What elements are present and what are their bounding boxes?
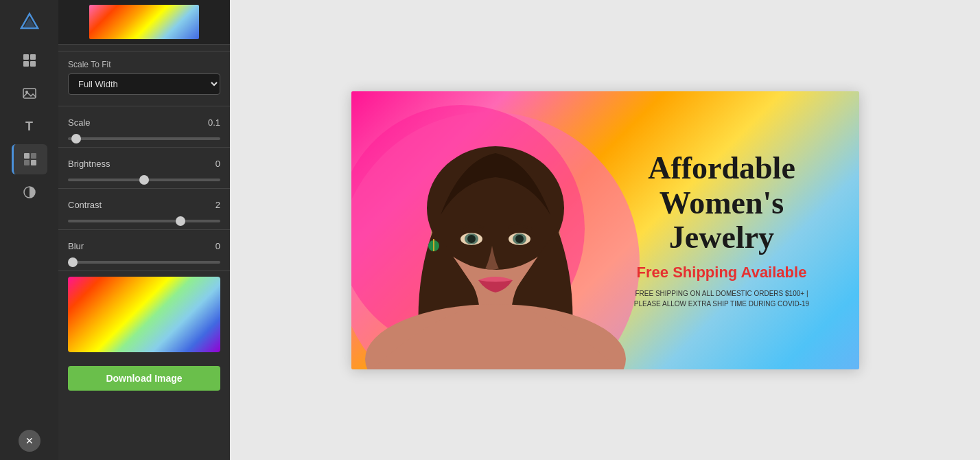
contrast-label: Contrast bbox=[68, 200, 102, 210]
svg-point-21 bbox=[467, 235, 476, 243]
svg-rect-2 bbox=[23, 54, 29, 60]
contrast-slider[interactable] bbox=[68, 220, 220, 222]
banner-text-area: Affordable Women's Jewelry Free Shipping… bbox=[605, 151, 839, 309]
icon-bar: T ✕ bbox=[0, 0, 58, 460]
svg-rect-8 bbox=[24, 153, 30, 159]
app-logo bbox=[14, 7, 45, 37]
brightness-row: Brightness 0 bbox=[68, 159, 220, 169]
side-panel: Scale To Fit Full Width Full Height Fit … bbox=[58, 0, 230, 460]
svg-rect-3 bbox=[30, 54, 36, 60]
blur-value: 0 bbox=[215, 241, 220, 251]
image-icon[interactable] bbox=[12, 78, 47, 108]
scale-label: Scale bbox=[68, 117, 91, 128]
scale-value: 0.1 bbox=[208, 117, 220, 128]
blur-label: Blur bbox=[68, 241, 84, 251]
close-button[interactable]: ✕ bbox=[19, 430, 40, 452]
preview-thumbnail bbox=[58, 0, 230, 45]
layout-icon[interactable] bbox=[12, 45, 47, 76]
blur-slider[interactable] bbox=[68, 261, 220, 264]
text-icon[interactable]: T bbox=[12, 111, 47, 141]
brightness-label: Brightness bbox=[68, 159, 110, 169]
contrast-value: 2 bbox=[215, 200, 220, 210]
pattern-icon[interactable] bbox=[12, 144, 47, 174]
scale-row: Scale 0.1 bbox=[68, 117, 220, 128]
scale-slider[interactable] bbox=[68, 137, 220, 140]
brightness-slider[interactable] bbox=[68, 179, 220, 181]
banner-image: Affordable Women's Jewelry Free Shipping… bbox=[351, 91, 859, 369]
scale-to-fit-section: Scale To Fit Full Width Full Height Fit … bbox=[58, 51, 230, 103]
thumbnail-image bbox=[89, 5, 199, 39]
scale-to-fit-select[interactable]: Full Width Full Height Fit Fill bbox=[68, 73, 220, 95]
svg-rect-10 bbox=[24, 160, 30, 165]
woman-figure bbox=[351, 91, 640, 369]
scale-section: Scale 0.1 bbox=[58, 109, 230, 144]
brightness-section: Brightness 0 bbox=[58, 150, 230, 185]
gradient-preview[interactable] bbox=[68, 277, 220, 352]
banner-headline: Affordable Women's Jewelry bbox=[605, 151, 839, 255]
contrast-row: Contrast 2 bbox=[68, 200, 220, 210]
brightness-value: 0 bbox=[215, 159, 220, 169]
scale-to-fit-label: Scale To Fit bbox=[68, 60, 220, 69]
contrast-section: Contrast 2 bbox=[58, 192, 230, 227]
banner-subheadline: Free Shipping Available bbox=[605, 264, 839, 281]
svg-point-24 bbox=[515, 235, 524, 243]
banner-small-text-2: PLEASE ALLOW EXTRA SHIP TIME DURING COVI… bbox=[605, 299, 839, 309]
svg-rect-11 bbox=[31, 160, 36, 165]
svg-rect-6 bbox=[23, 89, 36, 98]
download-button[interactable]: Download Image bbox=[68, 366, 220, 391]
svg-rect-5 bbox=[30, 61, 36, 67]
main-canvas: Affordable Women's Jewelry Free Shipping… bbox=[230, 0, 980, 460]
svg-rect-9 bbox=[31, 153, 36, 159]
blur-row: Blur 0 bbox=[68, 241, 220, 251]
svg-rect-4 bbox=[23, 61, 29, 67]
contrast-icon[interactable] bbox=[12, 177, 47, 207]
blur-section: Blur 0 bbox=[58, 233, 230, 268]
banner-small-text-1: FREE SHIPPING ON ALL DOMESTIC ORDERS $10… bbox=[605, 288, 839, 299]
